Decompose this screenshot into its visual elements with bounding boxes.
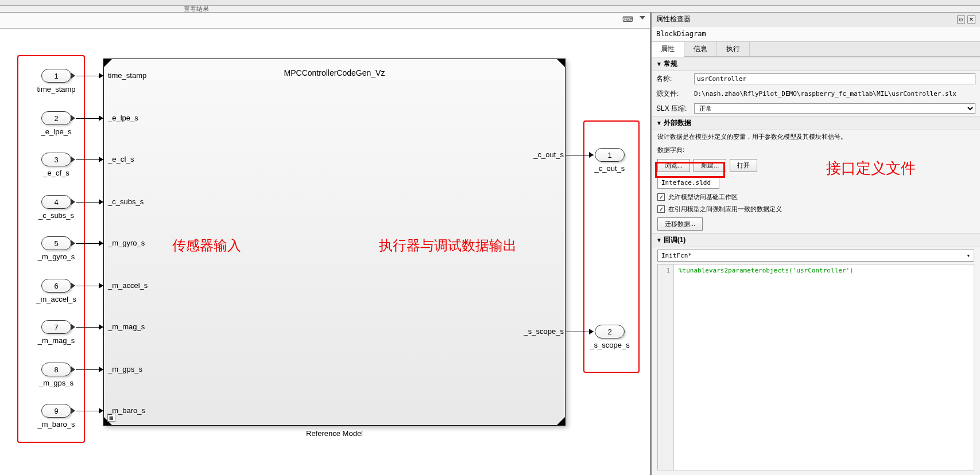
arrow-icon: [99, 408, 103, 414]
chk2-label: 在引用模型之间强制应用一致的数据定义: [668, 205, 782, 213]
name-label: 名称:: [656, 74, 691, 84]
callback-editor[interactable]: 1 %tunablevars2parameterobjects('usrCont…: [657, 264, 974, 470]
port-tip-icon: [71, 157, 75, 162]
tab-strip: 查看结果: [0, 6, 980, 13]
arrow-icon: [99, 367, 103, 372]
arrow-icon: [99, 73, 103, 79]
menu-bar: [0, 0, 980, 6]
port-tip-icon: [71, 240, 75, 246]
canvas-panel: ⌨ MPCControllerCodeGen_Vz ▦ Reference Mo…: [0, 13, 651, 475]
slx-select[interactable]: 正常: [694, 103, 975, 114]
corner-icon: [557, 417, 565, 425]
corner-icon: [104, 59, 112, 67]
arrow-icon: [99, 283, 103, 289]
checkbox-consistent[interactable]: ✓: [657, 205, 665, 213]
line-gutter: 1: [658, 264, 674, 470]
open-button[interactable]: 打开: [730, 159, 757, 172]
tab-info[interactable]: 信息: [684, 42, 717, 56]
inport-label: _m_accel_s: [28, 295, 85, 303]
section-general[interactable]: 常规: [652, 57, 980, 71]
name-field[interactable]: [694, 73, 975, 84]
callback-select[interactable]: InitFcn* ▾: [657, 250, 974, 262]
port-tip-icon: [71, 199, 75, 205]
interface-file-annotation: 接口定义文件: [826, 158, 916, 178]
out-signal-label: _s_scope_s: [514, 327, 564, 336]
inport-label: _m_baro_s: [28, 420, 85, 429]
arrow-icon: [589, 152, 594, 158]
inport-5[interactable]: 5: [41, 236, 71, 250]
outport-2[interactable]: 2: [595, 325, 625, 338]
inport-6[interactable]: 6: [41, 279, 71, 293]
block-title: MPCControllerCodeGen_Vz: [104, 68, 565, 77]
inport-7[interactable]: 7: [41, 320, 71, 334]
dict-highlight: [655, 162, 725, 178]
slx-label: SLX 压缩:: [656, 104, 691, 114]
actuator-annotation: 执行器与调试数据输出: [379, 236, 517, 255]
outport-label: _s_scope_s: [581, 341, 638, 349]
chevron-down-icon[interactable]: [640, 16, 645, 20]
port-tip-icon: [71, 283, 75, 289]
inspector-title-bar: 属性检查器 ⊙ ✕: [652, 13, 980, 26]
inport-label: _m_mag_s: [28, 336, 85, 345]
checkbox-base-ws[interactable]: ✓: [657, 193, 665, 201]
port-signal-label: _m_gyro_s: [108, 239, 145, 247]
inport-label: _c_subs_s: [28, 211, 85, 220]
inport-label: _e_cf_s: [28, 169, 85, 177]
port-signal-label: _m_mag_s: [108, 322, 145, 331]
port-signal-label: _e_lpe_s: [108, 114, 138, 122]
source-label: 源文件:: [656, 89, 691, 99]
port-tip-icon: [71, 73, 75, 79]
chk1-label: 允许模型访问基础工作区: [668, 193, 738, 201]
inport-label: _m_gyro_s: [28, 252, 85, 261]
inport-4[interactable]: 4: [41, 195, 71, 209]
port-signal-label: _c_subs_s: [108, 197, 144, 206]
port-tip-icon: [71, 408, 75, 414]
object-type: BlockDiagram: [652, 26, 980, 42]
close-icon[interactable]: ✕: [967, 15, 975, 24]
port-signal-label: _m_accel_s: [108, 281, 148, 290]
inport-2[interactable]: 2: [41, 111, 71, 125]
model-canvas[interactable]: MPCControllerCodeGen_Vz ▦ Reference Mode…: [0, 29, 650, 475]
port-tip-icon: [71, 115, 75, 121]
chevron-down-icon: ▾: [966, 252, 970, 259]
property-inspector: 属性检查器 ⊙ ✕ BlockDiagram 属性 信息 执行 常规 名称: 源…: [651, 13, 980, 475]
model-ref-badge-icon: ▦: [107, 414, 115, 422]
migrate-button[interactable]: 迁移数据...: [657, 217, 703, 231]
section-callback[interactable]: 回调(1): [652, 233, 980, 247]
source-value: D:\nash.zhao\RflyPilot_DEMO\raspberry_fc…: [694, 90, 975, 98]
outport-1[interactable]: 1: [595, 148, 625, 162]
inspector-tabs: 属性 信息 执行: [652, 42, 980, 57]
arrow-icon: [99, 157, 103, 162]
inport-1[interactable]: 1: [41, 69, 71, 83]
keyboard-icon: ⌨: [622, 15, 633, 24]
tab-execution[interactable]: 执行: [717, 42, 750, 56]
tab-properties[interactable]: 属性: [652, 42, 684, 57]
arrow-icon: [99, 324, 103, 330]
port-signal-label: _e_cf_s: [108, 155, 134, 163]
inport-label: _m_gps_s: [28, 379, 85, 387]
arrow-icon: [99, 240, 103, 246]
port-signal-label: time_stamp: [108, 71, 146, 80]
results-tab[interactable]: 查看结果: [184, 5, 209, 13]
corner-icon: [557, 59, 565, 67]
minimize-icon[interactable]: ⊙: [957, 15, 965, 24]
inport-8[interactable]: 8: [41, 363, 71, 376]
section-external[interactable]: 外部数据: [652, 116, 980, 130]
inport-3[interactable]: 3: [41, 153, 71, 166]
inport-label: time_stamp: [28, 85, 85, 94]
port-tip-icon: [71, 324, 75, 330]
port-signal-label: _m_baro_s: [108, 406, 145, 415]
external-desc: 设计数据是在模型外定义的变量，用于参数化模型及其模块和信号。: [652, 130, 980, 143]
inspector-title: 属性检查器: [656, 14, 691, 24]
dict-label: 数据字典:: [652, 143, 980, 157]
block-caption: Reference Model: [103, 429, 565, 438]
breadcrumb-bar[interactable]: ⌨: [0, 13, 650, 29]
out-signal-label: _c_out_s: [526, 150, 564, 159]
port-tip-icon: [71, 367, 75, 372]
dict-field[interactable]: [657, 177, 719, 189]
arrow-icon: [99, 115, 103, 121]
arrow-icon: [99, 199, 103, 205]
code-content[interactable]: %tunablevars2parameterobjects('usrContro…: [674, 264, 858, 470]
inport-9[interactable]: 9: [41, 404, 71, 418]
arrow-icon: [589, 329, 594, 334]
